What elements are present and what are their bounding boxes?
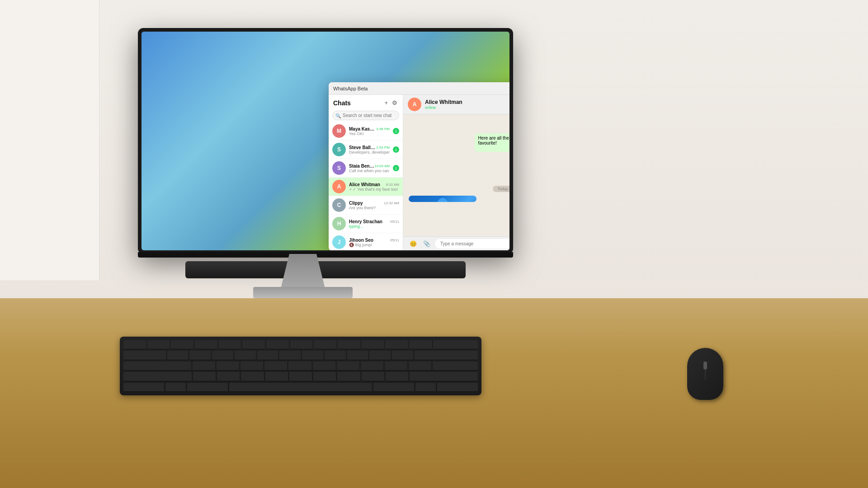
key[interactable] bbox=[338, 340, 360, 349]
svg-point-0 bbox=[436, 198, 449, 202]
monitor-screen: WhatsApp Beta − □ ✕ Chats + ⚙ bbox=[142, 32, 509, 250]
monitor-bottom-bar bbox=[138, 252, 513, 258]
key[interactable] bbox=[241, 372, 264, 381]
key[interactable] bbox=[289, 372, 312, 381]
key[interactable] bbox=[217, 361, 239, 371]
sidebar-actions: + ⚙ bbox=[383, 99, 398, 107]
chat-list-item[interactable]: HHenry Strachan05/11typing... bbox=[329, 215, 403, 233]
key[interactable] bbox=[369, 351, 391, 360]
chat-time: 12:32 AM bbox=[384, 201, 399, 205]
key[interactable] bbox=[385, 340, 408, 349]
chat-list-item[interactable]: SStaia Benko10:04 AMCall me when you can… bbox=[329, 159, 403, 178]
new-chat-button[interactable]: + bbox=[383, 99, 389, 107]
avatar: A bbox=[332, 180, 346, 193]
key[interactable] bbox=[219, 340, 241, 349]
key[interactable] bbox=[279, 351, 301, 360]
unread-badge: 1 bbox=[393, 128, 399, 134]
monitor-stand-base bbox=[253, 287, 353, 298]
chat-name: Steve Ballmer bbox=[349, 145, 376, 150]
key[interactable] bbox=[302, 351, 323, 360]
key[interactable] bbox=[347, 351, 368, 360]
monitor: WhatsApp Beta − □ ✕ Chats + ⚙ bbox=[138, 28, 513, 254]
mouse-divider bbox=[705, 368, 706, 380]
key[interactable] bbox=[189, 351, 211, 360]
key[interactable] bbox=[415, 383, 436, 392]
key[interactable] bbox=[314, 340, 336, 349]
chat-info: Steve Ballmer2:54 PMDevelopers, develope… bbox=[349, 145, 390, 155]
settings-button[interactable]: ⚙ bbox=[391, 99, 398, 107]
alt-key[interactable] bbox=[187, 383, 228, 392]
key[interactable] bbox=[385, 361, 407, 371]
key[interactable] bbox=[325, 351, 346, 360]
key[interactable] bbox=[409, 361, 431, 371]
app-body: Chats + ⚙ 🔍 MMaya Kasuma3:48 PMYes OK!1S… bbox=[329, 95, 509, 250]
chat-preview: Developers, developers, develo... bbox=[349, 150, 390, 155]
sidebar: Chats + ⚙ 🔍 MMaya Kasuma3:48 PMYes OK!1S… bbox=[329, 95, 403, 250]
search-input[interactable] bbox=[332, 111, 399, 120]
chat-info: Maya Kasuma3:48 PMYes OK! bbox=[349, 127, 390, 136]
chat-header-info: Alice Whitman online bbox=[425, 99, 509, 110]
key[interactable] bbox=[165, 383, 186, 392]
chat-preview: ✓✓ Yes that's my fave too! bbox=[349, 187, 399, 192]
chat-list-item[interactable]: SSteve Ballmer2:54 PMDevelopers, develop… bbox=[329, 141, 403, 159]
contact-avatar: A bbox=[408, 98, 421, 111]
key[interactable] bbox=[392, 351, 413, 360]
chat-list-item[interactable]: AAlice Whitman8:32 AM✓✓ Yes that's my fa… bbox=[329, 178, 403, 196]
chat-list-item[interactable]: MMaya Kasuma3:48 PMYes OK!1 bbox=[329, 122, 403, 141]
chat-preview: Yes OK! bbox=[349, 131, 390, 136]
ctrl-right-key[interactable] bbox=[437, 383, 478, 392]
key[interactable] bbox=[257, 351, 278, 360]
key[interactable] bbox=[171, 340, 193, 349]
space-key[interactable] bbox=[229, 383, 372, 392]
enter-key[interactable] bbox=[415, 351, 478, 360]
chat-preview: 🔇 Big jump! bbox=[349, 243, 399, 247]
ctrl-key[interactable] bbox=[123, 383, 164, 392]
chat-list-item[interactable]: CClippy12:32 AMAre you there? bbox=[329, 196, 403, 215]
key[interactable] bbox=[337, 361, 359, 371]
chat-panel: A Alice Whitman online 📹 📞 🔍 A bbox=[403, 95, 509, 250]
sidebar-title: Chats bbox=[333, 99, 351, 107]
shift-left-key[interactable] bbox=[123, 372, 192, 381]
key[interactable] bbox=[242, 340, 265, 349]
key[interactable] bbox=[433, 361, 478, 371]
key[interactable] bbox=[288, 361, 311, 371]
key[interactable] bbox=[235, 351, 256, 360]
alt-right-key[interactable] bbox=[373, 383, 414, 392]
key[interactable] bbox=[313, 361, 335, 371]
chat-name: Alice Whitman bbox=[349, 182, 380, 187]
key[interactable] bbox=[195, 340, 217, 349]
caps-key[interactable] bbox=[123, 361, 191, 371]
key[interactable] bbox=[265, 372, 288, 381]
chat-preview: Are you there? bbox=[349, 206, 399, 210]
key[interactable] bbox=[362, 340, 384, 349]
key[interactable] bbox=[290, 340, 313, 349]
key[interactable] bbox=[362, 372, 384, 381]
key[interactable] bbox=[241, 361, 263, 371]
chat-time: 05/11 bbox=[390, 238, 399, 242]
key[interactable] bbox=[217, 372, 240, 381]
key[interactable] bbox=[386, 372, 408, 381]
key[interactable] bbox=[409, 340, 432, 349]
chat-name: Jihoon Seo bbox=[349, 238, 373, 243]
key[interactable] bbox=[147, 340, 170, 349]
key[interactable] bbox=[193, 361, 215, 371]
attachment-button[interactable]: 📎 bbox=[421, 239, 432, 248]
messages-area[interactable]: OK! 👍 8:01 PM Here are all the backgroun… bbox=[403, 114, 509, 236]
key[interactable] bbox=[123, 340, 146, 349]
key[interactable] bbox=[264, 361, 287, 371]
chat-name: Maya Kasuma bbox=[349, 127, 376, 131]
key[interactable] bbox=[337, 372, 360, 381]
key[interactable] bbox=[167, 351, 189, 360]
emoji-button[interactable]: 😊 bbox=[408, 239, 419, 248]
shift-right-key[interactable] bbox=[410, 372, 478, 381]
title-bar: WhatsApp Beta − □ ✕ bbox=[329, 82, 509, 95]
backspace-key[interactable] bbox=[433, 340, 478, 349]
key[interactable] bbox=[361, 361, 383, 371]
tab-key[interactable] bbox=[123, 351, 166, 360]
key[interactable] bbox=[313, 372, 336, 381]
key[interactable] bbox=[266, 340, 289, 349]
key[interactable] bbox=[212, 351, 233, 360]
key[interactable] bbox=[193, 372, 216, 381]
chat-list-item[interactable]: JJihoon Seo05/11🔇 Big jump! bbox=[329, 233, 403, 250]
message-input[interactable] bbox=[435, 239, 509, 249]
